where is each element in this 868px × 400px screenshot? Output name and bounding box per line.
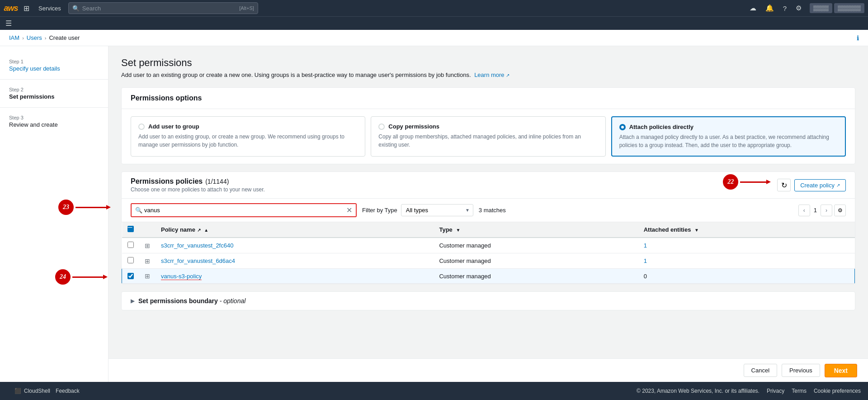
prev-page-button[interactable]: ‹ <box>798 205 810 216</box>
td-expand-2: ⊞ <box>139 253 156 269</box>
page-title: Set permissions <box>121 57 855 69</box>
info-icon[interactable]: ℹ <box>857 34 859 42</box>
sidebar: Step 1 Specify user details Step 2 Set p… <box>0 46 108 400</box>
perm-option-add-to-group[interactable]: Add user to group Add user to an existin… <box>131 116 365 157</box>
sidebar-step1-label: Step 1 <box>9 59 99 64</box>
footer-copyright: © 2023, Amazon Web Services, Inc. or its… <box>637 388 760 394</box>
td-attached-3: 0 <box>638 269 855 284</box>
td-checkbox-1 <box>122 238 140 253</box>
cancel-button[interactable]: Cancel <box>744 364 777 377</box>
secondary-navigation: ☰ <box>0 16 868 30</box>
create-policy-label: Create policy <box>800 182 835 189</box>
cloudshell-link[interactable]: ⬛ CloudShell <box>14 388 50 394</box>
table-body: ⊞ s3crr_for_vanustest_2fc640 Customer ma… <box>122 238 855 284</box>
policies-count: (1/1144) <box>205 178 229 185</box>
matches-count: 3 matches <box>479 207 506 214</box>
refresh-button[interactable]: ↻ <box>777 179 791 191</box>
previous-button[interactable]: Previous <box>782 364 820 377</box>
search-clear-button[interactable]: ✕ <box>346 207 352 214</box>
radio-add-to-group[interactable] <box>138 124 145 130</box>
next-button[interactable]: Next <box>825 364 857 377</box>
select-all-checkbox[interactable] <box>127 226 134 232</box>
policy-search-input[interactable] <box>132 204 356 216</box>
td-checkbox-3: 24 <box>122 269 140 284</box>
row2-expand-icon[interactable]: ⊞ <box>145 257 150 265</box>
sidebar-divider-1 <box>0 79 108 80</box>
permissions-options-card: Permissions options Add user to group Ad… <box>121 87 855 164</box>
next-page-button[interactable]: › <box>821 205 832 216</box>
external-link-icon: ↗ <box>506 73 509 78</box>
hamburger-menu-button[interactable]: ☰ <box>5 19 12 28</box>
breadcrumb-users[interactable]: Users <box>27 34 42 41</box>
td-attached-1: 1 <box>638 238 855 253</box>
breadcrumb-iam[interactable]: IAM <box>9 34 19 41</box>
filter-type-select-wrapper: All types AWS managed Customer managed J… <box>401 204 473 216</box>
bell-icon-button[interactable]: 🔔 <box>762 2 778 14</box>
learn-more-link[interactable]: Learn more ↗ <box>474 71 509 78</box>
row1-policy-link[interactable]: s3crr_for_vanustest_2fc640 <box>161 242 233 249</box>
row3-checkbox[interactable] <box>127 273 134 279</box>
th-attached-entities: Attached entities ▼ <box>638 222 855 238</box>
policies-title: Permissions policies <box>131 177 203 186</box>
sort-icon-policy-name[interactable]: ▲ <box>204 228 208 233</box>
boundary-header[interactable]: ▶ Set permissions boundary - optional <box>122 292 855 310</box>
settings-icon-button[interactable]: ⚙ <box>792 2 805 14</box>
user-account-button-2[interactable]: ▒▒▒▒▒▒ <box>834 3 864 13</box>
perm-option-copy-permissions[interactable]: Copy permissions Copy all group membersh… <box>371 116 605 157</box>
row2-checkbox[interactable] <box>127 257 134 263</box>
radio-copy-permissions[interactable] <box>378 124 385 130</box>
services-button[interactable]: Services <box>35 3 65 14</box>
nav-right-area: ☁ 🔔 ? ⚙ ▒▒▒▒ ▒▒▒▒▒▒ <box>746 2 864 14</box>
table-row: ⊞ s3crr_for_vanustest_2fc640 Customer ma… <box>122 238 855 253</box>
boundary-expand-icon[interactable]: ▶ <box>131 298 135 304</box>
sidebar-step2-label: Step 2 <box>9 87 99 92</box>
filter-type-wrapper: Filter by Type All types AWS managed Cus… <box>362 204 473 216</box>
cloud-icon-button[interactable]: ☁ <box>746 2 760 14</box>
perm-option-attach-directly[interactable]: Attach policies directly Attach a manage… <box>611 116 846 157</box>
filter-icon-attached[interactable]: ▼ <box>694 228 699 233</box>
search-shortcut-label: [Alt+S] <box>239 5 254 11</box>
td-checkbox-2 <box>122 253 140 269</box>
cookie-preferences-link[interactable]: Cookie preferences <box>814 388 861 394</box>
grid-menu-button[interactable]: ⊞ <box>22 2 31 14</box>
policies-actions: 22 ↻ Create policy ↗ <box>777 179 846 191</box>
perm-option-title-0: Add user to group <box>138 123 358 130</box>
terms-link[interactable]: Terms <box>792 388 807 394</box>
row1-expand-icon[interactable]: ⊞ <box>145 242 150 249</box>
policy-search-icon: 🔍 <box>135 207 142 214</box>
create-policy-button[interactable]: Create policy ↗ <box>794 179 846 191</box>
th-checkbox <box>122 222 140 238</box>
perm-option-desc-0: Add user to an existing group, or create… <box>138 133 358 149</box>
global-search-bar: 🔍 [Alt+S] <box>68 2 258 14</box>
help-icon-button[interactable]: ? <box>779 3 790 14</box>
bottom-action-bar: Cancel Previous Next <box>108 358 868 382</box>
feedback-link[interactable]: Feedback <box>56 388 80 394</box>
row3-policy-link[interactable]: vanus-s3-policy <box>161 273 202 280</box>
filter-row: 23 🔍 ✕ Filter by Type <box>122 199 855 222</box>
row3-expand-icon[interactable]: ⊞ <box>145 272 150 280</box>
sidebar-step1-name[interactable]: Specify user details <box>9 65 60 72</box>
table-row: ⊞ s3crr_for_vanustest_6d6ac4 Customer ma… <box>122 253 855 269</box>
permissions-policies-card: Permissions policies (1/1144) Choose one… <box>121 171 855 284</box>
filter-type-select[interactable]: All types AWS managed Customer managed J… <box>401 204 473 216</box>
row2-policy-link[interactable]: s3crr_for_vanustest_6d6ac4 <box>161 257 235 264</box>
row1-checkbox[interactable] <box>127 242 134 248</box>
table-settings-button[interactable]: ⚙ <box>834 205 846 216</box>
permissions-options-header: Permissions options <box>122 88 855 109</box>
user-account-button-1[interactable]: ▒▒▒▒ <box>810 3 832 13</box>
top-navigation: aws ⊞ Services 🔍 [Alt+S] ☁ 🔔 ? ⚙ ▒▒▒▒ ▒▒… <box>0 0 868 16</box>
search-input[interactable] <box>82 5 239 12</box>
breadcrumb-create-user: Create user <box>49 34 80 41</box>
pagination-controls: ‹ 1 › ⚙ <box>798 205 846 216</box>
td-type-2: Customer managed <box>434 253 638 269</box>
boundary-title-text: Set permissions boundary <box>138 297 218 305</box>
th-policy-name-label: Policy name <box>161 226 195 233</box>
td-attached-2: 1 <box>638 253 855 269</box>
table-header-row: Policy name ↗ ▲ Type ▼ Attached entities… <box>122 222 855 238</box>
sidebar-step3-name: Review and create <box>9 121 99 128</box>
privacy-link[interactable]: Privacy <box>767 388 784 394</box>
radio-attach-directly[interactable] <box>619 124 626 130</box>
th-type-label: Type <box>439 226 452 233</box>
filter-icon-type[interactable]: ▼ <box>456 228 460 233</box>
annotation-24: 24 <box>55 269 71 285</box>
